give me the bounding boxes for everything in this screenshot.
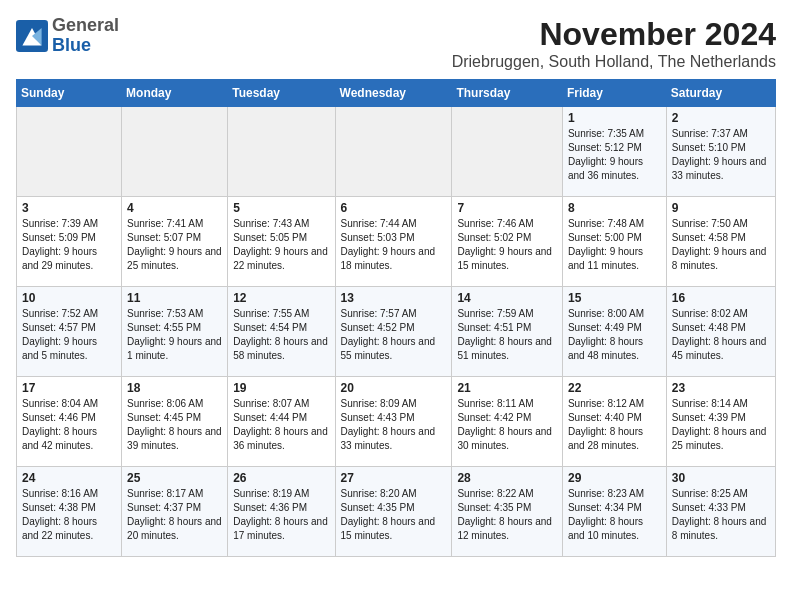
day-number: 15 <box>568 291 661 305</box>
day-info: Sunrise: 8:11 AM Sunset: 4:42 PM Dayligh… <box>457 397 557 453</box>
day-info: Sunrise: 7:53 AM Sunset: 4:55 PM Dayligh… <box>127 307 222 363</box>
calendar-cell: 14Sunrise: 7:59 AM Sunset: 4:51 PM Dayli… <box>452 287 563 377</box>
calendar-cell: 6Sunrise: 7:44 AM Sunset: 5:03 PM Daylig… <box>335 197 452 287</box>
calendar-cell: 9Sunrise: 7:50 AM Sunset: 4:58 PM Daylig… <box>666 197 775 287</box>
day-number: 10 <box>22 291 116 305</box>
day-info: Sunrise: 8:07 AM Sunset: 4:44 PM Dayligh… <box>233 397 329 453</box>
calendar-week-2: 3Sunrise: 7:39 AM Sunset: 5:09 PM Daylig… <box>17 197 776 287</box>
day-info: Sunrise: 7:57 AM Sunset: 4:52 PM Dayligh… <box>341 307 447 363</box>
logo: General Blue <box>16 16 119 56</box>
calendar-cell: 20Sunrise: 8:09 AM Sunset: 4:43 PM Dayli… <box>335 377 452 467</box>
day-info: Sunrise: 7:50 AM Sunset: 4:58 PM Dayligh… <box>672 217 770 273</box>
day-number: 12 <box>233 291 329 305</box>
calendar-week-5: 24Sunrise: 8:16 AM Sunset: 4:38 PM Dayli… <box>17 467 776 557</box>
day-number: 28 <box>457 471 557 485</box>
day-number: 21 <box>457 381 557 395</box>
calendar-cell: 8Sunrise: 7:48 AM Sunset: 5:00 PM Daylig… <box>562 197 666 287</box>
day-info: Sunrise: 8:02 AM Sunset: 4:48 PM Dayligh… <box>672 307 770 363</box>
calendar-cell: 11Sunrise: 7:53 AM Sunset: 4:55 PM Dayli… <box>122 287 228 377</box>
day-number: 6 <box>341 201 447 215</box>
header-day-sunday: Sunday <box>17 80 122 107</box>
header-day-wednesday: Wednesday <box>335 80 452 107</box>
calendar-cell: 1Sunrise: 7:35 AM Sunset: 5:12 PM Daylig… <box>562 107 666 197</box>
calendar-cell <box>228 107 335 197</box>
calendar-cell: 30Sunrise: 8:25 AM Sunset: 4:33 PM Dayli… <box>666 467 775 557</box>
day-info: Sunrise: 7:35 AM Sunset: 5:12 PM Dayligh… <box>568 127 661 183</box>
day-number: 20 <box>341 381 447 395</box>
day-number: 18 <box>127 381 222 395</box>
day-number: 22 <box>568 381 661 395</box>
logo-blue-text: Blue <box>52 35 91 55</box>
logo-general-text: General <box>52 15 119 35</box>
calendar-title: November 2024 <box>452 16 776 53</box>
calendar-week-4: 17Sunrise: 8:04 AM Sunset: 4:46 PM Dayli… <box>17 377 776 467</box>
calendar-cell: 2Sunrise: 7:37 AM Sunset: 5:10 PM Daylig… <box>666 107 775 197</box>
day-info: Sunrise: 8:25 AM Sunset: 4:33 PM Dayligh… <box>672 487 770 543</box>
day-number: 16 <box>672 291 770 305</box>
title-area: November 2024 Driebruggen, South Holland… <box>452 16 776 71</box>
page-header: General Blue November 2024 Driebruggen, … <box>16 16 776 71</box>
header-day-thursday: Thursday <box>452 80 563 107</box>
day-number: 30 <box>672 471 770 485</box>
day-info: Sunrise: 8:22 AM Sunset: 4:35 PM Dayligh… <box>457 487 557 543</box>
calendar-table: SundayMondayTuesdayWednesdayThursdayFrid… <box>16 79 776 557</box>
day-number: 11 <box>127 291 222 305</box>
calendar-cell: 28Sunrise: 8:22 AM Sunset: 4:35 PM Dayli… <box>452 467 563 557</box>
day-info: Sunrise: 7:48 AM Sunset: 5:00 PM Dayligh… <box>568 217 661 273</box>
calendar-cell: 10Sunrise: 7:52 AM Sunset: 4:57 PM Dayli… <box>17 287 122 377</box>
day-number: 23 <box>672 381 770 395</box>
calendar-cell: 17Sunrise: 8:04 AM Sunset: 4:46 PM Dayli… <box>17 377 122 467</box>
calendar-week-3: 10Sunrise: 7:52 AM Sunset: 4:57 PM Dayli… <box>17 287 776 377</box>
calendar-cell <box>122 107 228 197</box>
day-number: 25 <box>127 471 222 485</box>
calendar-cell: 22Sunrise: 8:12 AM Sunset: 4:40 PM Dayli… <box>562 377 666 467</box>
day-info: Sunrise: 8:06 AM Sunset: 4:45 PM Dayligh… <box>127 397 222 453</box>
day-number: 26 <box>233 471 329 485</box>
day-info: Sunrise: 8:00 AM Sunset: 4:49 PM Dayligh… <box>568 307 661 363</box>
calendar-cell: 5Sunrise: 7:43 AM Sunset: 5:05 PM Daylig… <box>228 197 335 287</box>
calendar-cell: 4Sunrise: 7:41 AM Sunset: 5:07 PM Daylig… <box>122 197 228 287</box>
calendar-cell: 19Sunrise: 8:07 AM Sunset: 4:44 PM Dayli… <box>228 377 335 467</box>
day-info: Sunrise: 8:16 AM Sunset: 4:38 PM Dayligh… <box>22 487 116 543</box>
day-info: Sunrise: 8:19 AM Sunset: 4:36 PM Dayligh… <box>233 487 329 543</box>
day-info: Sunrise: 8:23 AM Sunset: 4:34 PM Dayligh… <box>568 487 661 543</box>
header-day-friday: Friday <box>562 80 666 107</box>
calendar-cell: 16Sunrise: 8:02 AM Sunset: 4:48 PM Dayli… <box>666 287 775 377</box>
day-info: Sunrise: 7:52 AM Sunset: 4:57 PM Dayligh… <box>22 307 116 363</box>
day-number: 1 <box>568 111 661 125</box>
day-info: Sunrise: 8:04 AM Sunset: 4:46 PM Dayligh… <box>22 397 116 453</box>
day-number: 14 <box>457 291 557 305</box>
day-number: 4 <box>127 201 222 215</box>
calendar-cell: 7Sunrise: 7:46 AM Sunset: 5:02 PM Daylig… <box>452 197 563 287</box>
calendar-cell: 26Sunrise: 8:19 AM Sunset: 4:36 PM Dayli… <box>228 467 335 557</box>
calendar-cell: 24Sunrise: 8:16 AM Sunset: 4:38 PM Dayli… <box>17 467 122 557</box>
day-number: 8 <box>568 201 661 215</box>
day-number: 24 <box>22 471 116 485</box>
calendar-cell: 3Sunrise: 7:39 AM Sunset: 5:09 PM Daylig… <box>17 197 122 287</box>
day-number: 3 <box>22 201 116 215</box>
calendar-cell <box>452 107 563 197</box>
calendar-cell: 23Sunrise: 8:14 AM Sunset: 4:39 PM Dayli… <box>666 377 775 467</box>
calendar-cell: 25Sunrise: 8:17 AM Sunset: 4:37 PM Dayli… <box>122 467 228 557</box>
calendar-subtitle: Driebruggen, South Holland, The Netherla… <box>452 53 776 71</box>
day-info: Sunrise: 7:59 AM Sunset: 4:51 PM Dayligh… <box>457 307 557 363</box>
day-info: Sunrise: 8:09 AM Sunset: 4:43 PM Dayligh… <box>341 397 447 453</box>
day-number: 9 <box>672 201 770 215</box>
day-number: 19 <box>233 381 329 395</box>
calendar-cell: 13Sunrise: 7:57 AM Sunset: 4:52 PM Dayli… <box>335 287 452 377</box>
day-info: Sunrise: 8:17 AM Sunset: 4:37 PM Dayligh… <box>127 487 222 543</box>
day-info: Sunrise: 7:44 AM Sunset: 5:03 PM Dayligh… <box>341 217 447 273</box>
calendar-cell: 15Sunrise: 8:00 AM Sunset: 4:49 PM Dayli… <box>562 287 666 377</box>
calendar-cell <box>335 107 452 197</box>
header-day-monday: Monday <box>122 80 228 107</box>
day-number: 17 <box>22 381 116 395</box>
day-number: 13 <box>341 291 447 305</box>
day-info: Sunrise: 8:20 AM Sunset: 4:35 PM Dayligh… <box>341 487 447 543</box>
day-number: 7 <box>457 201 557 215</box>
calendar-week-1: 1Sunrise: 7:35 AM Sunset: 5:12 PM Daylig… <box>17 107 776 197</box>
header-day-tuesday: Tuesday <box>228 80 335 107</box>
header-row: SundayMondayTuesdayWednesdayThursdayFrid… <box>17 80 776 107</box>
day-info: Sunrise: 7:37 AM Sunset: 5:10 PM Dayligh… <box>672 127 770 183</box>
logo-icon <box>16 20 48 52</box>
day-info: Sunrise: 7:39 AM Sunset: 5:09 PM Dayligh… <box>22 217 116 273</box>
